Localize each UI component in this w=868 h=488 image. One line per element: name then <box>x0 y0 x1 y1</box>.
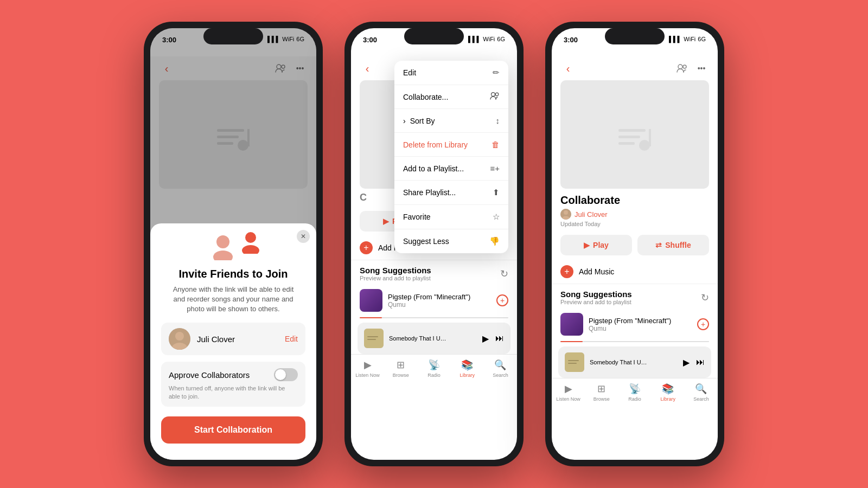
suggestions-title-area-2: Song Suggestions Preview and add to play… <box>360 266 431 281</box>
tab-library-label-2: Library <box>459 373 475 378</box>
menu-favorite-label: Favorite <box>403 213 431 221</box>
mini-thumb-2 <box>364 329 384 348</box>
tab-radio-label-2: Radio <box>427 373 441 378</box>
tab-search-label-3: Search <box>693 396 709 402</box>
tab-listen-now-2[interactable]: ▶ Listen Now <box>351 359 384 378</box>
song-title-pigstep-3: Pigstep (From "Minecraft") <box>589 317 692 325</box>
svg-point-21 <box>492 93 495 97</box>
nav-bar-3: ‹ ••• <box>552 56 718 80</box>
shuffle-button-3[interactable]: ⇄ Shuffle <box>637 235 709 255</box>
svg-point-9 <box>245 232 256 243</box>
svg-rect-25 <box>367 339 376 340</box>
suggestions-title-area-3: Song Suggestions Preview and add to play… <box>560 290 632 305</box>
back-button-2[interactable]: ‹ <box>360 61 375 76</box>
add-music-row-3[interactable]: + Add Music <box>552 260 718 284</box>
menu-sort-label: Sort By <box>410 117 435 125</box>
suggestions-header-2: Song Suggestions Preview and add to play… <box>360 266 508 281</box>
menu-share[interactable]: Share Playlist... ⬆ <box>394 181 508 205</box>
tab-library-3[interactable]: 📚 Library <box>652 383 685 402</box>
song-row-pigstep-3: Pigstep (From "Minecraft") Qumu + <box>552 309 718 340</box>
back-button-3[interactable]: ‹ <box>560 61 576 76</box>
tab-search-3[interactable]: 🔍 Search <box>685 383 718 402</box>
progress-bar-3 <box>560 341 709 342</box>
menu-suggest-less-label: Suggest Less <box>403 237 449 246</box>
shuffle-icon-3: ⇄ <box>655 241 662 249</box>
status-icons-3: ▌▌▌ WiFi 6G <box>669 36 706 42</box>
tab-browse-3[interactable]: ⊞ Browse <box>585 383 618 402</box>
star-icon: ☆ <box>493 212 500 222</box>
mini-skip-icon-3[interactable]: ⏭ <box>696 357 705 367</box>
user-row: Juli Clover Edit <box>161 323 305 355</box>
menu-suggest-less[interactable]: Suggest Less 👎 <box>394 229 508 253</box>
mini-play-icon-2[interactable]: ▶ <box>482 333 489 344</box>
mini-play-icon-3[interactable]: ▶ <box>683 357 690 368</box>
progress-bar-2 <box>360 317 508 318</box>
tab-library-2[interactable]: 📚 Library <box>451 359 484 378</box>
suggestions-section-2: Song Suggestions Preview and add to play… <box>351 260 517 285</box>
battery-icon-3: 6G <box>698 36 706 42</box>
tab-listen-now-3[interactable]: ▶ Listen Now <box>552 383 585 402</box>
song-add-button-pigstep-2[interactable]: + <box>496 294 508 306</box>
tab-browse-icon-3: ⊞ <box>597 383 605 395</box>
svg-point-10 <box>242 245 259 254</box>
add-music-label-3: Add Music <box>579 267 614 276</box>
tab-radio-2[interactable]: 📡 Radio <box>417 359 450 378</box>
menu-add-playlist[interactable]: Add to a Playlist... ≡+ <box>394 157 508 181</box>
svg-rect-37 <box>568 360 579 361</box>
mini-player-2[interactable]: Somebody That I Used to Know ( ▶ ⏭ <box>358 323 510 354</box>
menu-favorite[interactable]: Favorite ☆ <box>394 205 508 229</box>
edit-button[interactable]: Edit <box>285 335 298 343</box>
approve-toggle[interactable] <box>274 368 298 381</box>
collaborate-icon-3[interactable] <box>674 61 690 76</box>
more-icon-3[interactable]: ••• <box>694 61 709 76</box>
tab-search-icon-3: 🔍 <box>695 383 707 395</box>
tab-listen-icon-2: ▶ <box>364 359 372 371</box>
menu-collaborate[interactable]: Collaborate... <box>394 85 508 109</box>
user-name: Juli Clover <box>197 335 278 344</box>
dropdown-menu: Edit ✏ Collaborate... › Sort By <box>394 61 508 253</box>
menu-delete[interactable]: Delete from Library 🗑 <box>394 133 508 157</box>
tab-browse-label-3: Browse <box>593 396 610 402</box>
song-add-button-pigstep-3[interactable]: + <box>697 318 709 330</box>
menu-edit-label: Edit <box>403 68 416 77</box>
action-buttons-3: ▶ Play ⇄ Shuffle <box>552 230 718 260</box>
menu-sort-by[interactable]: › Sort By ↕ <box>394 109 508 133</box>
modal-people-icons <box>161 234 305 261</box>
user-avatar <box>169 328 190 350</box>
collaborate-people-icon <box>490 92 500 101</box>
tab-radio-3[interactable]: 📡 Radio <box>618 383 651 402</box>
tab-radio-label-3: Radio <box>628 396 641 402</box>
mini-skip-icon-2[interactable]: ⏭ <box>495 333 504 343</box>
playlist-subtitle-3: Juli Clover <box>560 209 709 220</box>
tab-listen-icon-3: ▶ <box>565 383 572 395</box>
svg-rect-24 <box>367 336 378 337</box>
menu-edit[interactable]: Edit ✏ <box>394 61 508 85</box>
play-button-3[interactable]: ▶ Play <box>560 235 632 255</box>
svg-point-31 <box>639 140 650 151</box>
refresh-icon-3[interactable]: ↻ <box>701 292 709 304</box>
start-collaboration-button[interactable]: Start Collaboration <box>161 416 305 444</box>
refresh-icon-2[interactable]: ↻ <box>500 268 508 280</box>
tab-search-2[interactable]: 🔍 Search <box>484 359 517 378</box>
mini-player-3[interactable]: Somebody That I Used to Know ( ▶ ⏭ <box>558 346 711 378</box>
phone-3: 3:00 ▌▌▌ WiFi 6G ‹ ••• <box>545 22 724 466</box>
tab-bar-3: ▶ Listen Now ⊞ Browse 📡 Radio 📚 Library … <box>552 378 718 417</box>
svg-point-8 <box>213 251 233 260</box>
svg-rect-32 <box>649 129 651 146</box>
tab-listen-label-3: Listen Now <box>556 396 580 402</box>
mini-title-3: Somebody That I Used to Know ( <box>590 359 649 365</box>
modal-close-button[interactable]: ✕ <box>297 230 310 243</box>
suggestions-section-3: Song Suggestions Preview and add to play… <box>552 284 718 309</box>
add-music-icon-3: + <box>560 265 573 278</box>
wifi-icon-2: WiFi <box>483 36 495 42</box>
progress-fill-2 <box>360 317 382 318</box>
person-icon-left <box>212 234 234 260</box>
tab-browse-2[interactable]: ⊞ Browse <box>384 359 417 378</box>
play-icon-3: ▶ <box>584 241 590 249</box>
tab-browse-label-2: Browse <box>393 373 409 378</box>
signal-icon-2: ▌▌▌ <box>468 36 481 42</box>
status-icons-2: ▌▌▌ WiFi 6G <box>468 36 505 42</box>
playlist-date-3: Updated Today <box>560 221 709 227</box>
tab-library-icon-2: 📚 <box>461 359 473 371</box>
album-art-area-3 <box>552 80 718 189</box>
